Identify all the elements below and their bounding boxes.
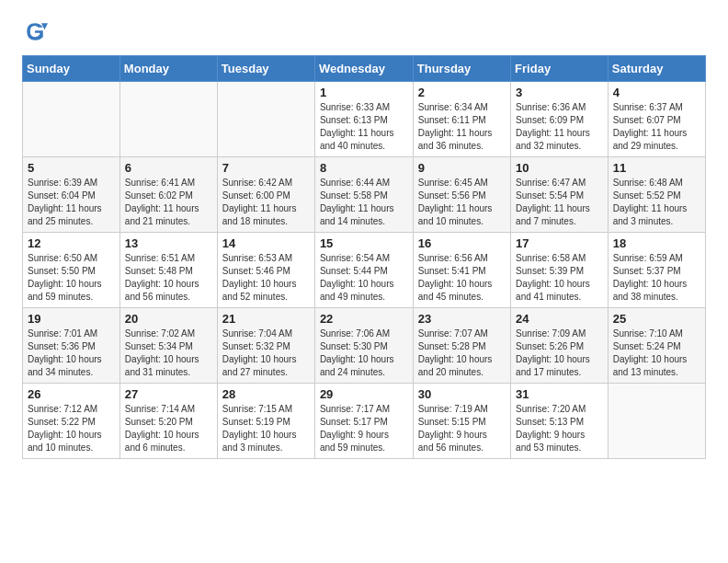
day-number: 25 xyxy=(613,312,700,326)
day-number: 29 xyxy=(320,387,408,401)
day-detail: Sunrise: 6:34 AM Sunset: 6:11 PM Dayligh… xyxy=(418,101,506,153)
calendar-cell xyxy=(217,82,314,157)
calendar-cell: 21Sunrise: 7:04 AM Sunset: 5:32 PM Dayli… xyxy=(217,308,314,384)
calendar-week-0: 1Sunrise: 6:33 AM Sunset: 6:13 PM Daylig… xyxy=(23,82,706,157)
calendar-header: SundayMondayTuesdayWednesdayThursdayFrid… xyxy=(23,56,706,82)
day-detail: Sunrise: 6:36 AM Sunset: 6:09 PM Dayligh… xyxy=(516,101,603,153)
weekday-header-thursday: Thursday xyxy=(413,56,510,82)
weekday-row: SundayMondayTuesdayWednesdayThursdayFrid… xyxy=(23,56,706,82)
day-number: 31 xyxy=(516,387,603,401)
day-number: 12 xyxy=(28,236,115,250)
day-detail: Sunrise: 7:20 AM Sunset: 5:13 PM Dayligh… xyxy=(516,403,603,454)
calendar-cell: 31Sunrise: 7:20 AM Sunset: 5:13 PM Dayli… xyxy=(511,384,609,459)
day-number: 16 xyxy=(418,236,506,250)
calendar-cell: 26Sunrise: 7:12 AM Sunset: 5:22 PM Dayli… xyxy=(23,384,120,459)
day-number: 15 xyxy=(320,236,408,250)
page: SundayMondayTuesdayWednesdayThursdayFrid… xyxy=(0,0,728,477)
day-detail: Sunrise: 6:59 AM Sunset: 5:37 PM Dayligh… xyxy=(613,252,700,304)
calendar-cell: 4Sunrise: 6:37 AM Sunset: 6:07 PM Daylig… xyxy=(608,82,705,157)
calendar-cell: 20Sunrise: 7:02 AM Sunset: 5:34 PM Dayli… xyxy=(119,308,217,384)
day-number: 13 xyxy=(125,236,212,250)
calendar-cell: 14Sunrise: 6:53 AM Sunset: 5:46 PM Dayli… xyxy=(217,233,314,308)
calendar-cell: 13Sunrise: 6:51 AM Sunset: 5:48 PM Dayli… xyxy=(119,233,217,308)
day-detail: Sunrise: 7:04 AM Sunset: 5:32 PM Dayligh… xyxy=(222,327,310,379)
calendar-cell: 29Sunrise: 7:17 AM Sunset: 5:17 PM Dayli… xyxy=(314,384,413,459)
calendar-week-4: 26Sunrise: 7:12 AM Sunset: 5:22 PM Dayli… xyxy=(23,384,706,459)
logo-icon xyxy=(22,18,48,44)
day-number: 23 xyxy=(418,312,506,326)
calendar-cell: 5Sunrise: 6:39 AM Sunset: 6:04 PM Daylig… xyxy=(23,157,120,233)
day-detail: Sunrise: 7:12 AM Sunset: 5:22 PM Dayligh… xyxy=(28,403,115,454)
day-number: 28 xyxy=(222,387,310,401)
day-detail: Sunrise: 7:17 AM Sunset: 5:17 PM Dayligh… xyxy=(320,403,408,454)
day-number: 10 xyxy=(516,161,603,175)
logo xyxy=(22,18,51,44)
day-detail: Sunrise: 6:41 AM Sunset: 6:02 PM Dayligh… xyxy=(125,177,212,228)
calendar-cell: 16Sunrise: 6:56 AM Sunset: 5:41 PM Dayli… xyxy=(413,233,510,308)
day-detail: Sunrise: 7:07 AM Sunset: 5:28 PM Dayligh… xyxy=(418,327,506,379)
day-detail: Sunrise: 6:37 AM Sunset: 6:07 PM Dayligh… xyxy=(613,101,700,153)
calendar-week-2: 12Sunrise: 6:50 AM Sunset: 5:50 PM Dayli… xyxy=(23,233,706,308)
calendar-cell: 8Sunrise: 6:44 AM Sunset: 5:58 PM Daylig… xyxy=(314,157,413,233)
day-number: 18 xyxy=(613,236,700,250)
day-number: 24 xyxy=(516,312,603,326)
calendar-cell: 6Sunrise: 6:41 AM Sunset: 6:02 PM Daylig… xyxy=(119,157,217,233)
weekday-header-tuesday: Tuesday xyxy=(217,56,314,82)
day-detail: Sunrise: 7:01 AM Sunset: 5:36 PM Dayligh… xyxy=(28,327,115,379)
day-number: 6 xyxy=(125,161,212,175)
calendar-cell: 12Sunrise: 6:50 AM Sunset: 5:50 PM Dayli… xyxy=(23,233,120,308)
weekday-header-wednesday: Wednesday xyxy=(314,56,413,82)
day-number: 20 xyxy=(125,312,212,326)
svg-marker-0 xyxy=(41,23,48,29)
day-number: 19 xyxy=(28,312,115,326)
calendar-cell: 17Sunrise: 6:58 AM Sunset: 5:39 PM Dayli… xyxy=(511,233,609,308)
day-detail: Sunrise: 6:51 AM Sunset: 5:48 PM Dayligh… xyxy=(125,252,212,304)
header xyxy=(22,18,706,44)
day-detail: Sunrise: 7:15 AM Sunset: 5:19 PM Dayligh… xyxy=(222,403,310,454)
day-number: 26 xyxy=(28,387,115,401)
day-number: 2 xyxy=(418,86,506,99)
day-detail: Sunrise: 6:39 AM Sunset: 6:04 PM Dayligh… xyxy=(28,177,115,228)
calendar-cell: 10Sunrise: 6:47 AM Sunset: 5:54 PM Dayli… xyxy=(511,157,609,233)
calendar-cell: 3Sunrise: 6:36 AM Sunset: 6:09 PM Daylig… xyxy=(511,82,609,157)
day-detail: Sunrise: 6:56 AM Sunset: 5:41 PM Dayligh… xyxy=(418,252,506,304)
calendar-cell: 19Sunrise: 7:01 AM Sunset: 5:36 PM Dayli… xyxy=(23,308,120,384)
day-number: 11 xyxy=(613,161,700,175)
day-number: 22 xyxy=(320,312,408,326)
calendar-cell: 15Sunrise: 6:54 AM Sunset: 5:44 PM Dayli… xyxy=(314,233,413,308)
calendar-cell: 11Sunrise: 6:48 AM Sunset: 5:52 PM Dayli… xyxy=(608,157,705,233)
calendar-cell: 18Sunrise: 6:59 AM Sunset: 5:37 PM Dayli… xyxy=(608,233,705,308)
day-detail: Sunrise: 6:45 AM Sunset: 5:56 PM Dayligh… xyxy=(418,177,506,228)
day-detail: Sunrise: 6:48 AM Sunset: 5:52 PM Dayligh… xyxy=(613,177,700,228)
calendar-cell xyxy=(608,384,705,459)
day-number: 17 xyxy=(516,236,603,250)
calendar-cell: 23Sunrise: 7:07 AM Sunset: 5:28 PM Dayli… xyxy=(413,308,510,384)
day-detail: Sunrise: 6:50 AM Sunset: 5:50 PM Dayligh… xyxy=(28,252,115,304)
day-number: 21 xyxy=(222,312,310,326)
day-detail: Sunrise: 7:06 AM Sunset: 5:30 PM Dayligh… xyxy=(320,327,408,379)
day-detail: Sunrise: 7:14 AM Sunset: 5:20 PM Dayligh… xyxy=(125,403,212,454)
day-detail: Sunrise: 7:10 AM Sunset: 5:24 PM Dayligh… xyxy=(613,327,700,379)
weekday-header-saturday: Saturday xyxy=(608,56,705,82)
calendar-cell: 30Sunrise: 7:19 AM Sunset: 5:15 PM Dayli… xyxy=(413,384,510,459)
calendar-week-1: 5Sunrise: 6:39 AM Sunset: 6:04 PM Daylig… xyxy=(23,157,706,233)
calendar-cell: 7Sunrise: 6:42 AM Sunset: 6:00 PM Daylig… xyxy=(217,157,314,233)
calendar-cell: 28Sunrise: 7:15 AM Sunset: 5:19 PM Dayli… xyxy=(217,384,314,459)
calendar-cell: 22Sunrise: 7:06 AM Sunset: 5:30 PM Dayli… xyxy=(314,308,413,384)
calendar-cell: 9Sunrise: 6:45 AM Sunset: 5:56 PM Daylig… xyxy=(413,157,510,233)
day-number: 14 xyxy=(222,236,310,250)
day-number: 1 xyxy=(320,86,408,99)
calendar-cell: 24Sunrise: 7:09 AM Sunset: 5:26 PM Dayli… xyxy=(511,308,609,384)
calendar-cell: 25Sunrise: 7:10 AM Sunset: 5:24 PM Dayli… xyxy=(608,308,705,384)
calendar-cell: 27Sunrise: 7:14 AM Sunset: 5:20 PM Dayli… xyxy=(119,384,217,459)
day-number: 3 xyxy=(516,86,603,99)
day-detail: Sunrise: 7:09 AM Sunset: 5:26 PM Dayligh… xyxy=(516,327,603,379)
day-number: 9 xyxy=(418,161,506,175)
day-detail: Sunrise: 6:33 AM Sunset: 6:13 PM Dayligh… xyxy=(320,101,408,153)
day-number: 8 xyxy=(320,161,408,175)
day-detail: Sunrise: 6:47 AM Sunset: 5:54 PM Dayligh… xyxy=(516,177,603,228)
calendar-cell: 2Sunrise: 6:34 AM Sunset: 6:11 PM Daylig… xyxy=(413,82,510,157)
calendar-cell xyxy=(23,82,120,157)
day-detail: Sunrise: 7:19 AM Sunset: 5:15 PM Dayligh… xyxy=(418,403,506,454)
weekday-header-monday: Monday xyxy=(119,56,217,82)
